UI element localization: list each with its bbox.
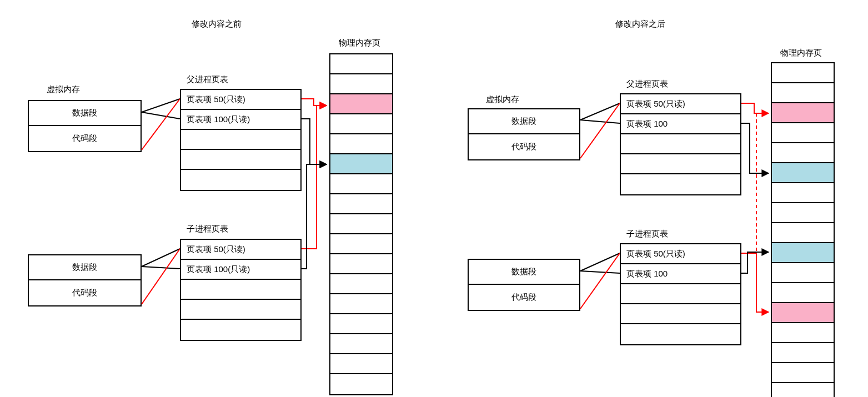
right-child-table-label: 子进程页表: [626, 229, 668, 239]
phys-page: [330, 94, 392, 114]
right-child-empty: [621, 304, 740, 324]
left-parent-table-label: 父进程页表: [187, 74, 228, 85]
left-vm-code-seg: 代码段: [29, 126, 141, 151]
right-parent-table-label: 父进程页表: [626, 79, 668, 89]
left-vm-box: 数据段 代码段: [28, 100, 142, 152]
left-child-table: 页表项 50(只读) 页表项 100(只读): [180, 239, 302, 341]
svg-line-8: [580, 103, 620, 158]
phys-page: [772, 103, 834, 123]
right-child-empty: [621, 324, 740, 344]
svg-line-9: [580, 253, 620, 271]
right-vm-code-seg-child: 代码段: [469, 285, 579, 310]
right-vm-code-seg: 代码段: [469, 134, 579, 159]
svg-line-3: [142, 249, 180, 267]
phys-page: [330, 314, 392, 334]
right-parent-pte-100: 页表项 100: [621, 114, 740, 134]
phys-page: [772, 243, 834, 263]
phys-page: [772, 363, 834, 383]
right-parent-empty: [621, 174, 740, 194]
left-vm-code-seg-child: 代码段: [29, 280, 141, 305]
left-parent-empty: [181, 130, 300, 150]
right-parent-empty: [621, 154, 740, 174]
phys-page: [330, 294, 392, 314]
svg-line-10: [580, 271, 620, 273]
right-vm-label: 虚拟内存: [486, 94, 519, 105]
left-parent-empty: [181, 170, 300, 190]
right-child-pte-100: 页表项 100: [621, 264, 740, 284]
left-child-pte-100: 页表项 100(只读): [181, 260, 300, 280]
left-parent-pte-100: 页表项 100(只读): [181, 110, 300, 130]
left-title: 修改内容之前: [192, 19, 242, 29]
phys-page: [772, 83, 834, 103]
phys-page: [330, 374, 392, 394]
svg-line-0: [142, 99, 180, 112]
left-child-empty: [181, 320, 300, 340]
phys-page: [330, 134, 392, 154]
phys-page: [330, 174, 392, 194]
phys-page: [772, 303, 834, 323]
left-vm-label: 虚拟内存: [47, 84, 80, 95]
right-parent-table: 页表项 50(只读) 页表项 100: [620, 93, 741, 195]
left-parent-table: 页表项 50(只读) 页表项 100(只读): [180, 89, 302, 191]
phys-page: [330, 334, 392, 354]
svg-line-7: [580, 120, 620, 123]
phys-page: [772, 223, 834, 243]
right-child-empty: [621, 284, 740, 304]
svg-line-4: [142, 267, 180, 269]
phys-page: [330, 274, 392, 294]
right-parent-pte-50: 页表项 50(只读): [621, 94, 740, 114]
svg-line-2: [142, 99, 180, 150]
phys-page: [772, 123, 834, 143]
svg-line-5: [142, 249, 180, 304]
phys-page: [772, 163, 834, 183]
left-vm-box-child: 数据段 代码段: [28, 254, 142, 306]
left-vm-data-seg: 数据段: [29, 101, 141, 126]
phys-page: [772, 283, 834, 303]
right-vm-box-child: 数据段 代码段: [468, 259, 580, 311]
svg-line-6: [580, 103, 620, 120]
phys-page: [330, 354, 392, 374]
phys-page: [772, 263, 834, 283]
right-vm-data-seg-child: 数据段: [469, 260, 579, 285]
right-vm-data-seg: 数据段: [469, 109, 579, 134]
right-title: 修改内容之后: [615, 19, 665, 29]
right-phys-box: [771, 62, 835, 397]
phys-page: [330, 194, 392, 214]
phys-page: [330, 254, 392, 274]
phys-page: [772, 323, 834, 343]
phys-page: [330, 154, 392, 174]
left-phys-label: 物理内存页: [339, 38, 380, 48]
svg-line-1: [142, 112, 180, 119]
phys-page: [772, 383, 834, 397]
svg-line-11: [580, 253, 620, 309]
phys-page: [330, 74, 392, 94]
left-vm-data-seg-child: 数据段: [29, 255, 141, 280]
right-child-table: 页表项 50(只读) 页表项 100: [620, 243, 741, 345]
right-child-pte-50: 页表项 50(只读): [621, 244, 740, 264]
left-child-empty: [181, 300, 300, 320]
phys-page: [330, 114, 392, 134]
phys-page: [772, 183, 834, 203]
left-child-pte-50: 页表项 50(只读): [181, 240, 300, 260]
phys-page: [330, 234, 392, 254]
right-phys-label: 物理内存页: [780, 48, 822, 58]
phys-page: [772, 63, 834, 83]
phys-page: [330, 54, 392, 74]
phys-page: [772, 203, 834, 223]
left-parent-empty: [181, 150, 300, 170]
phys-page: [772, 143, 834, 163]
left-parent-pte-50: 页表项 50(只读): [181, 90, 300, 110]
left-child-table-label: 子进程页表: [187, 224, 228, 234]
phys-page: [330, 214, 392, 234]
left-phys-box: [329, 53, 393, 395]
right-vm-box: 数据段 代码段: [468, 108, 580, 160]
left-child-empty: [181, 280, 300, 300]
phys-page: [772, 343, 834, 363]
right-parent-empty: [621, 134, 740, 154]
